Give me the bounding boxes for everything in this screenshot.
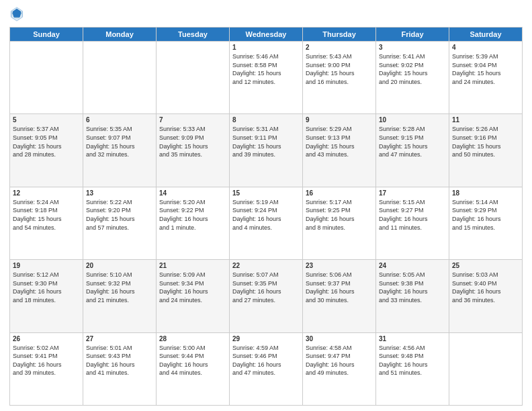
day-header-tuesday: Tuesday <box>157 28 230 42</box>
day-cell <box>157 42 230 114</box>
day-info: Sunrise: 5:00 AM Sunset: 9:44 PM Dayligh… <box>159 344 226 377</box>
header <box>9 7 523 21</box>
day-number: 11 <box>452 116 519 124</box>
day-number: 3 <box>379 44 446 51</box>
day-info: Sunrise: 5:41 AM Sunset: 9:02 PM Dayligh… <box>379 52 446 86</box>
day-info: Sunrise: 5:35 AM Sunset: 9:07 PM Dayligh… <box>86 125 153 158</box>
day-cell: 16Sunrise: 5:17 AM Sunset: 9:25 PM Dayli… <box>303 187 376 259</box>
day-info: Sunrise: 5:24 AM Sunset: 9:18 PM Dayligh… <box>13 198 80 232</box>
day-cell: 7Sunrise: 5:33 AM Sunset: 9:09 PM Daylig… <box>157 114 230 187</box>
day-number: 30 <box>306 335 373 342</box>
day-info: Sunrise: 5:29 AM Sunset: 9:13 PM Dayligh… <box>306 125 373 158</box>
day-info: Sunrise: 5:20 AM Sunset: 9:22 PM Dayligh… <box>159 198 226 232</box>
day-number: 20 <box>86 262 153 269</box>
day-info: Sunrise: 5:22 AM Sunset: 9:20 PM Dayligh… <box>86 198 153 232</box>
day-info: Sunrise: 5:31 AM Sunset: 9:11 PM Dayligh… <box>232 125 300 158</box>
day-cell: 10Sunrise: 5:28 AM Sunset: 9:15 PM Dayli… <box>376 114 449 187</box>
day-number: 19 <box>13 262 80 269</box>
day-cell: 3Sunrise: 5:41 AM Sunset: 9:02 PM Daylig… <box>376 42 449 114</box>
day-info: Sunrise: 4:56 AM Sunset: 9:48 PM Dayligh… <box>379 344 446 377</box>
day-info: Sunrise: 5:43 AM Sunset: 9:00 PM Dayligh… <box>306 52 373 86</box>
day-info: Sunrise: 4:58 AM Sunset: 9:47 PM Dayligh… <box>306 344 373 377</box>
day-cell: 22Sunrise: 5:07 AM Sunset: 9:35 PM Dayli… <box>230 260 303 332</box>
day-info: Sunrise: 5:03 AM Sunset: 9:40 PM Dayligh… <box>452 271 519 304</box>
day-header-thursday: Thursday <box>303 28 376 42</box>
day-number: 18 <box>452 189 519 197</box>
day-number: 2 <box>306 44 373 51</box>
day-info: Sunrise: 5:02 AM Sunset: 9:41 PM Dayligh… <box>13 344 80 377</box>
day-cell: 30Sunrise: 4:58 AM Sunset: 9:47 PM Dayli… <box>303 332 376 405</box>
day-header-friday: Friday <box>376 28 449 42</box>
day-info: Sunrise: 5:17 AM Sunset: 9:25 PM Dayligh… <box>306 198 373 232</box>
day-number: 5 <box>13 116 80 124</box>
day-cell: 1Sunrise: 5:46 AM Sunset: 8:58 PM Daylig… <box>230 42 303 114</box>
day-info: Sunrise: 5:06 AM Sunset: 9:37 PM Dayligh… <box>306 271 373 304</box>
logo <box>9 7 27 21</box>
day-cell: 6Sunrise: 5:35 AM Sunset: 9:07 PM Daylig… <box>83 114 157 187</box>
day-cell: 28Sunrise: 5:00 AM Sunset: 9:44 PM Dayli… <box>157 332 230 405</box>
day-cell: 14Sunrise: 5:20 AM Sunset: 9:22 PM Dayli… <box>157 187 230 259</box>
day-cell: 19Sunrise: 5:12 AM Sunset: 9:30 PM Dayli… <box>10 260 83 332</box>
day-number: 21 <box>159 262 226 269</box>
day-number: 13 <box>86 189 153 197</box>
day-cell <box>10 42 83 114</box>
day-cell: 25Sunrise: 5:03 AM Sunset: 9:40 PM Dayli… <box>449 260 523 332</box>
day-cell: 27Sunrise: 5:01 AM Sunset: 9:43 PM Dayli… <box>83 332 157 405</box>
day-header-wednesday: Wednesday <box>230 28 303 42</box>
day-number: 8 <box>232 116 300 124</box>
day-info: Sunrise: 5:39 AM Sunset: 9:04 PM Dayligh… <box>452 52 519 86</box>
day-info: Sunrise: 5:46 AM Sunset: 8:58 PM Dayligh… <box>232 52 300 86</box>
day-number: 14 <box>159 189 226 197</box>
day-header-saturday: Saturday <box>449 28 523 42</box>
logo-icon <box>9 7 24 21</box>
day-number: 17 <box>379 189 446 197</box>
day-info: Sunrise: 5:19 AM Sunset: 9:24 PM Dayligh… <box>232 198 300 232</box>
day-cell: 12Sunrise: 5:24 AM Sunset: 9:18 PM Dayli… <box>10 187 83 259</box>
day-header-sunday: Sunday <box>10 28 83 42</box>
day-cell: 20Sunrise: 5:10 AM Sunset: 9:32 PM Dayli… <box>83 260 157 332</box>
day-info: Sunrise: 5:01 AM Sunset: 9:43 PM Dayligh… <box>86 344 153 377</box>
day-cell: 11Sunrise: 5:26 AM Sunset: 9:16 PM Dayli… <box>449 114 523 187</box>
day-number: 31 <box>379 335 446 342</box>
day-info: Sunrise: 5:14 AM Sunset: 9:29 PM Dayligh… <box>452 198 519 232</box>
day-number: 16 <box>306 189 373 197</box>
day-number: 29 <box>232 335 300 342</box>
day-cell: 9Sunrise: 5:29 AM Sunset: 9:13 PM Daylig… <box>303 114 376 187</box>
day-cell: 5Sunrise: 5:37 AM Sunset: 9:05 PM Daylig… <box>10 114 83 187</box>
day-info: Sunrise: 5:26 AM Sunset: 9:16 PM Dayligh… <box>452 125 519 158</box>
week-row-2: 12Sunrise: 5:24 AM Sunset: 9:18 PM Dayli… <box>10 187 523 259</box>
day-number: 1 <box>232 44 300 51</box>
day-cell: 15Sunrise: 5:19 AM Sunset: 9:24 PM Dayli… <box>230 187 303 259</box>
day-info: Sunrise: 5:12 AM Sunset: 9:30 PM Dayligh… <box>13 271 80 304</box>
day-number: 10 <box>379 116 446 124</box>
day-number: 6 <box>86 116 153 124</box>
day-number: 15 <box>232 189 300 197</box>
day-cell: 24Sunrise: 5:05 AM Sunset: 9:38 PM Dayli… <box>376 260 449 332</box>
day-cell: 21Sunrise: 5:09 AM Sunset: 9:34 PM Dayli… <box>157 260 230 332</box>
day-number: 26 <box>13 335 80 342</box>
day-cell <box>449 332 523 405</box>
day-info: Sunrise: 5:09 AM Sunset: 9:34 PM Dayligh… <box>159 271 226 304</box>
week-row-3: 19Sunrise: 5:12 AM Sunset: 9:30 PM Dayli… <box>10 260 523 332</box>
day-cell: 29Sunrise: 4:59 AM Sunset: 9:46 PM Dayli… <box>230 332 303 405</box>
day-number: 23 <box>306 262 373 269</box>
day-cell <box>83 42 157 114</box>
day-cell: 31Sunrise: 4:56 AM Sunset: 9:48 PM Dayli… <box>376 332 449 405</box>
day-header-monday: Monday <box>83 28 157 42</box>
day-cell: 26Sunrise: 5:02 AM Sunset: 9:41 PM Dayli… <box>10 332 83 405</box>
week-row-1: 5Sunrise: 5:37 AM Sunset: 9:05 PM Daylig… <box>10 114 523 187</box>
day-cell: 17Sunrise: 5:15 AM Sunset: 9:27 PM Dayli… <box>376 187 449 259</box>
day-cell: 23Sunrise: 5:06 AM Sunset: 9:37 PM Dayli… <box>303 260 376 332</box>
week-row-4: 26Sunrise: 5:02 AM Sunset: 9:41 PM Dayli… <box>10 332 523 405</box>
day-cell: 4Sunrise: 5:39 AM Sunset: 9:04 PM Daylig… <box>449 42 523 114</box>
day-info: Sunrise: 5:05 AM Sunset: 9:38 PM Dayligh… <box>379 271 446 304</box>
day-info: Sunrise: 4:59 AM Sunset: 9:46 PM Dayligh… <box>232 344 300 377</box>
day-info: Sunrise: 5:10 AM Sunset: 9:32 PM Dayligh… <box>86 271 153 304</box>
day-info: Sunrise: 5:37 AM Sunset: 9:05 PM Dayligh… <box>13 125 80 158</box>
day-number: 27 <box>86 335 153 342</box>
day-number: 7 <box>159 116 226 124</box>
day-number: 9 <box>306 116 373 124</box>
day-cell: 8Sunrise: 5:31 AM Sunset: 9:11 PM Daylig… <box>230 114 303 187</box>
day-number: 24 <box>379 262 446 269</box>
day-number: 22 <box>232 262 300 269</box>
